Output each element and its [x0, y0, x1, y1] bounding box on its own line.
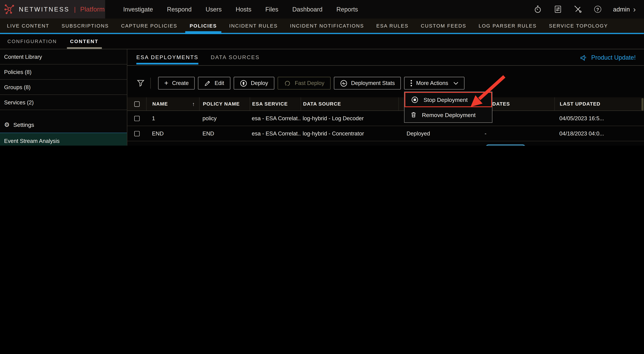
brand-name: NETWITNESS [19, 6, 70, 13]
column-name[interactable]: NAME [146, 97, 199, 110]
nav2-item-service-topology[interactable]: SERVICE TOPOLOGY [543, 18, 614, 33]
cell-last-updated: 04/05/2023 16:5... [554, 115, 644, 121]
filter-icon[interactable] [136, 79, 144, 87]
plus-icon [164, 79, 168, 87]
top-nav-item-users[interactable]: Users [206, 6, 222, 13]
top-nav: InvestigateRespondUsersHostsFilesDashboa… [123, 6, 358, 13]
toolbar-divider [150, 78, 151, 89]
tab-configuration[interactable]: CONFIGURATION [1, 34, 64, 49]
jobs-panel-icon[interactable] [554, 5, 562, 13]
column-data-source[interactable]: DATA SOURCE [301, 97, 398, 110]
table-header: NAME POLICY NAME ESA SERVICE DATA SOURCE… [127, 97, 644, 111]
stopwatch-icon[interactable] [534, 5, 542, 13]
column-last-updated[interactable]: LAST UPDATED [554, 97, 644, 110]
main-panel: ESA DEPLOYMENTS DATA SOURCES Product Upd… [127, 49, 644, 146]
updates-pill[interactable]: 1 New Updates [484, 144, 526, 146]
content-tabs: ESA DEPLOYMENTS DATA SOURCES Product Upd… [127, 49, 644, 66]
stats-icon [340, 80, 348, 87]
create-button[interactable]: Create [158, 77, 195, 90]
cell-esa-service: esa - ESA Correlat... [250, 115, 301, 121]
help-icon[interactable] [594, 6, 601, 13]
table-row[interactable]: ENDENDesa - ESA Correlat...log-hybrid - … [127, 126, 644, 141]
user-menu[interactable]: admin [613, 6, 636, 13]
select-all-checkbox[interactable] [134, 101, 140, 106]
nav2-item-log-parser-rules[interactable]: LOG PARSER RULES [472, 18, 543, 33]
app-logo[interactable]: NETWITNESS | Platform [0, 0, 105, 18]
fast-deploy-button[interactable]: Fast Deploy [278, 77, 330, 90]
cell-select [127, 116, 146, 121]
deployments-table: NAME POLICY NAME ESA SERVICE DATA SOURCE… [127, 97, 644, 146]
edit-button[interactable]: Edit [198, 77, 230, 90]
cell-data-source: log-hybrid - Concentrator [301, 130, 398, 136]
sort-asc-icon [192, 101, 195, 107]
table-row[interactable]: 1policyesa - ESA Correlat...log-hybrid -… [127, 111, 644, 126]
top-nav-item-investigate[interactable]: Investigate [123, 6, 153, 13]
netwitness-app: NETWITNESS | Platform InvestigateRespond… [0, 0, 644, 146]
column-policy-name[interactable]: POLICY NAME [199, 97, 250, 110]
stop-icon [411, 96, 419, 103]
nav2-item-policies[interactable]: POLICIES [184, 18, 223, 33]
cell-last-updated: 04/18/2023 04:0... [554, 130, 644, 136]
menu-item-stop-deployment[interactable]: Stop Deployment [405, 92, 492, 107]
pencil-icon [204, 80, 211, 86]
sidebar-list: Content LibraryPolicies (8)Groups (8)Ser… [0, 49, 127, 110]
menu-item-remove-deployment[interactable]: Remove Deployment [405, 107, 492, 122]
top-nav-item-reports[interactable]: Reports [336, 6, 358, 13]
scrollbar-thumb[interactable] [642, 98, 644, 110]
nav2-item-live-content[interactable]: LIVE CONTENT [1, 18, 56, 33]
deploy-icon [240, 80, 247, 87]
nav2-item-esa-rules[interactable]: ESA RULES [370, 18, 415, 33]
column-esa-service[interactable]: ESA SERVICE [250, 97, 301, 110]
top-nav-item-respond[interactable]: Respond [167, 6, 192, 13]
sidebar-item-event-stream-analysis[interactable]: Event Stream Analysis [0, 132, 127, 146]
primary-nav: LIVE CONTENTSUBSCRIPTIONSCAPTURE POLICIE… [0, 18, 644, 34]
brand-product: Platform [80, 6, 105, 13]
tools-icon[interactable] [574, 5, 582, 13]
cell-updates: 1 New Updates [476, 144, 554, 146]
more-actions-menu: Stop Deployment Remove Deployment [404, 92, 493, 123]
deploy-button[interactable]: Deploy [234, 77, 274, 90]
top-nav-item-files[interactable]: Files [265, 6, 278, 13]
more-actions-button[interactable]: More Actions [404, 77, 465, 90]
nav2-item-incident-notifications[interactable]: INCIDENT NOTIFICATIONS [284, 18, 370, 33]
megaphone-icon [580, 54, 588, 61]
top-right-actions: admin [534, 5, 636, 13]
cell-name: END [146, 130, 199, 136]
cell-select [127, 131, 146, 136]
kebab-icon [410, 80, 412, 87]
cell-updates: - [476, 130, 554, 136]
cell-status: Deployed [398, 130, 476, 136]
top-nav-item-hosts[interactable]: Hosts [236, 6, 251, 13]
deployment-stats-button[interactable]: Deployment Stats [334, 77, 401, 90]
product-update-link[interactable]: Product Update! [580, 54, 636, 61]
cell-name: 1 [146, 115, 199, 121]
sidebar-item-content-library[interactable]: Content Library [0, 49, 127, 64]
secondary-nav: CONFIGURATION CONTENT [0, 34, 644, 49]
tab-data-sources[interactable]: DATA SOURCES [211, 49, 260, 65]
nav2-item-capture-policies[interactable]: CAPTURE POLICIES [115, 18, 184, 33]
brand-divider: | [74, 6, 76, 13]
top-nav-item-dashboard[interactable]: Dashboard [292, 6, 322, 13]
top-bar: NETWITNESS | Platform InvestigateRespond… [0, 0, 644, 18]
chevron-down-icon [454, 82, 458, 85]
table-row[interactable]: ddd2demo-policyesa - ESA Correlat...None… [127, 141, 644, 146]
cell-policy-name: policy [199, 115, 250, 121]
sidebar-item-services-2[interactable]: Services (2) [0, 95, 127, 110]
sidebar-settings-header: Settings [0, 117, 127, 132]
sidebar-settings-label: Settings [13, 122, 34, 128]
sidebar-item-groups-8[interactable]: Groups (8) [0, 80, 127, 95]
tab-content[interactable]: CONTENT [64, 34, 105, 49]
row-checkbox[interactable] [134, 116, 140, 121]
tab-esa-deployments[interactable]: ESA DEPLOYMENTS [136, 49, 198, 65]
nav2-item-incident-rules[interactable]: INCIDENT RULES [223, 18, 284, 33]
toolbar: Create Edit [127, 77, 644, 90]
cell-data-source: log-hybrid - Log Decoder [301, 115, 398, 121]
table-body: 1policyesa - ESA Correlat...log-hybrid -… [127, 111, 644, 146]
nav2-item-subscriptions[interactable]: SUBSCRIPTIONS [56, 18, 115, 33]
nav2-item-custom-feeds[interactable]: CUSTOM FEEDS [415, 18, 472, 33]
gear-icon [4, 121, 10, 128]
sidebar: Content LibraryPolicies (8)Groups (8)Ser… [0, 49, 127, 146]
fast-deploy-icon [284, 80, 291, 87]
sidebar-item-policies-8[interactable]: Policies (8) [0, 64, 127, 80]
row-checkbox[interactable] [134, 131, 140, 136]
